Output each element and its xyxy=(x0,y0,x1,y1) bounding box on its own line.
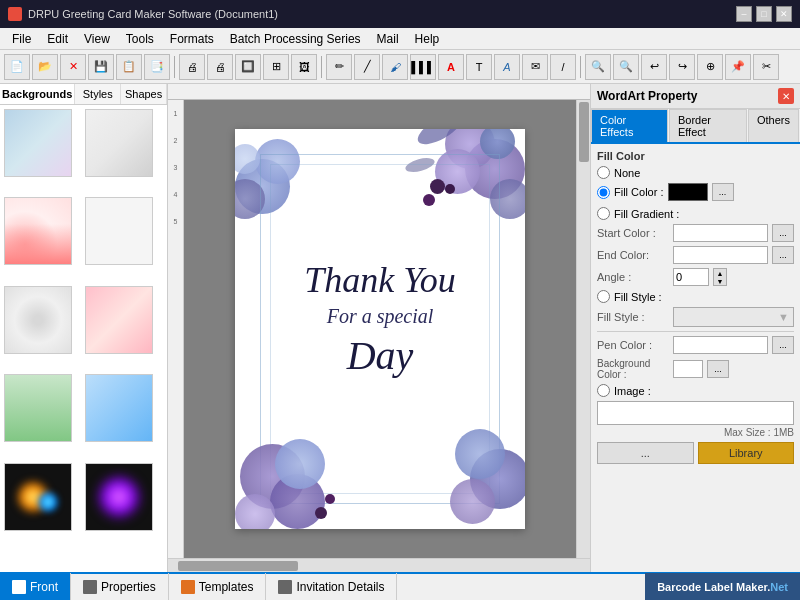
copy-button[interactable]: ⊕ xyxy=(697,54,723,80)
close-button[interactable]: ✕ xyxy=(776,6,792,22)
menu-file[interactable]: File xyxy=(4,30,39,48)
minimize-button[interactable]: – xyxy=(736,6,752,22)
new-button[interactable]: 📄 xyxy=(4,54,30,80)
menu-view[interactable]: View xyxy=(76,30,118,48)
window-title: DRPU Greeting Card Maker Software (Docum… xyxy=(28,8,278,20)
bg-thumb-10[interactable] xyxy=(85,463,153,531)
properties-icon xyxy=(83,580,97,594)
tab-border-effect[interactable]: Border Effect xyxy=(669,109,747,142)
fill-style-radio-row: Fill Style : xyxy=(597,290,794,303)
end-color-swatch xyxy=(673,246,768,264)
brand-text: Barcode Label Maker.Net xyxy=(657,581,788,593)
print2-button[interactable]: 🖨 xyxy=(207,54,233,80)
close-doc-button[interactable]: ✕ xyxy=(60,54,86,80)
canvas-scroll-area[interactable]: Thank You For a special Day xyxy=(184,100,576,558)
undo-button[interactable]: ↩ xyxy=(641,54,667,80)
menu-formats[interactable]: Formats xyxy=(162,30,222,48)
radio-fill-gradient[interactable] xyxy=(597,207,610,220)
angle-input[interactable] xyxy=(673,268,709,286)
scrollbar-thumb-h[interactable] xyxy=(178,561,298,571)
pen-color-label: Pen Color : xyxy=(597,339,669,351)
bg-thumb-5[interactable] xyxy=(4,286,72,354)
bg-thumb-1[interactable] xyxy=(4,109,72,177)
bg-thumb-9[interactable] xyxy=(4,463,72,531)
pen-button[interactable]: ✏ xyxy=(326,54,352,80)
image-path-input[interactable] xyxy=(597,401,794,425)
text-button[interactable]: A xyxy=(438,54,464,80)
paste-button[interactable]: 📌 xyxy=(725,54,751,80)
pen-color-dots-button[interactable]: ... xyxy=(772,336,794,354)
radio-fill-style[interactable] xyxy=(597,290,610,303)
menu-help[interactable]: Help xyxy=(407,30,448,48)
spin-up-button[interactable]: ▲ xyxy=(714,269,726,277)
bg-thumb-3[interactable] xyxy=(4,197,72,265)
saveas2-button[interactable]: 📑 xyxy=(144,54,170,80)
fill-color-swatch[interactable] xyxy=(668,183,708,201)
panel-title: WordArt Property xyxy=(597,89,697,103)
view-btn[interactable]: 🔲 xyxy=(235,54,261,80)
tab-color-effects[interactable]: Color Effects xyxy=(591,109,668,142)
greeting-card: Thank You For a special Day xyxy=(235,129,525,529)
bg-thumb-4[interactable] xyxy=(85,197,153,265)
vertical-scrollbar[interactable] xyxy=(576,100,590,558)
draw-button[interactable]: / xyxy=(550,54,576,80)
crop-button[interactable]: ✂ xyxy=(753,54,779,80)
redo-button[interactable]: ↪ xyxy=(669,54,695,80)
end-color-label: End Color: xyxy=(597,249,669,261)
library-button[interactable]: Library xyxy=(698,442,795,464)
tab-invitation[interactable]: Invitation Details xyxy=(266,573,397,600)
tab-front[interactable]: Front xyxy=(0,573,71,600)
menu-batch[interactable]: Batch Processing Series xyxy=(222,30,369,48)
line-button[interactable]: ╱ xyxy=(354,54,380,80)
menu-edit[interactable]: Edit xyxy=(39,30,76,48)
tab-properties-label: Properties xyxy=(101,580,156,594)
fill-color-dots-button[interactable]: ... xyxy=(712,183,734,201)
email-button[interactable]: ✉ xyxy=(522,54,548,80)
img-button[interactable]: 🖼 xyxy=(291,54,317,80)
bg-thumb-8[interactable] xyxy=(85,374,153,442)
paint-button[interactable]: 🖌 xyxy=(382,54,408,80)
fill-color-label: Fill Color : xyxy=(614,186,664,198)
card-line1: Thank You xyxy=(255,259,505,301)
zoom-in-button[interactable]: 🔍 xyxy=(585,54,611,80)
pen-color-row: Pen Color : ... xyxy=(597,336,794,354)
radio-fill-color[interactable] xyxy=(597,186,610,199)
tab-backgrounds[interactable]: Backgrounds xyxy=(0,84,75,104)
bg-color-dots-button[interactable]: ... xyxy=(707,360,729,378)
fill-style-dropdown[interactable]: ▼ xyxy=(673,307,794,327)
panel-close-button[interactable]: ✕ xyxy=(778,88,794,104)
zoom-out-button[interactable]: 🔍 xyxy=(613,54,639,80)
tab-others[interactable]: Others xyxy=(748,109,799,142)
maximize-button[interactable]: □ xyxy=(756,6,772,22)
tab-shapes[interactable]: Shapes xyxy=(121,84,167,104)
print-button[interactable]: 🖨 xyxy=(179,54,205,80)
tab-styles[interactable]: Styles xyxy=(75,84,121,104)
save-button[interactable]: 💾 xyxy=(88,54,114,80)
end-color-dots-button[interactable]: ... xyxy=(772,246,794,264)
angle-spinner[interactable]: ▲ ▼ xyxy=(713,268,727,286)
bg-thumb-2[interactable] xyxy=(85,109,153,177)
tab-templates[interactable]: Templates xyxy=(169,573,267,600)
wordart-button[interactable]: A xyxy=(494,54,520,80)
fill-gradient-row: Fill Gradient : xyxy=(597,207,794,220)
scrollbar-thumb-v[interactable] xyxy=(579,102,589,162)
grid-button[interactable]: ⊞ xyxy=(263,54,289,80)
radio-none[interactable] xyxy=(597,166,610,179)
radio-image[interactable] xyxy=(597,384,610,397)
bg-thumb-7[interactable] xyxy=(4,374,72,442)
spin-down-button[interactable]: ▼ xyxy=(714,277,726,285)
main-layout: Backgrounds Styles Shapes xyxy=(0,84,800,572)
card-line2: For a special xyxy=(255,305,505,328)
tab-properties[interactable]: Properties xyxy=(71,573,169,600)
text2-button[interactable]: T xyxy=(466,54,492,80)
fill-style-dropdown-row: Fill Style : ▼ xyxy=(597,307,794,327)
save-as-button[interactable]: 📋 xyxy=(116,54,142,80)
menu-mail[interactable]: Mail xyxy=(369,30,407,48)
dots-button[interactable]: ... xyxy=(597,442,694,464)
horizontal-scrollbar[interactable] xyxy=(168,558,590,572)
bg-thumb-6[interactable] xyxy=(85,286,153,354)
open-button[interactable]: 📂 xyxy=(32,54,58,80)
menu-tools[interactable]: Tools xyxy=(118,30,162,48)
barcode-button[interactable]: ▌▌▌ xyxy=(410,54,436,80)
start-color-dots-button[interactable]: ... xyxy=(772,224,794,242)
